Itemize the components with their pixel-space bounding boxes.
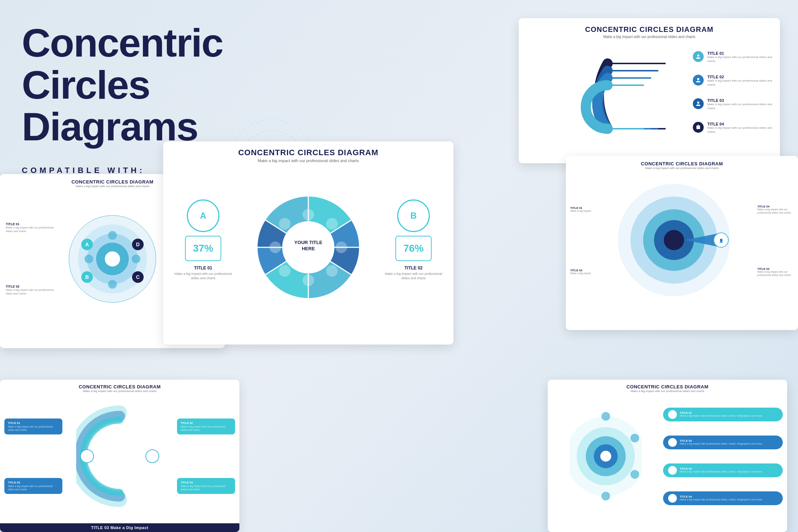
- slide-card-bot-left: CONCENTRIC CIRCLES DIAGRAM Make a big im…: [0, 380, 239, 532]
- svg-point-41: [108, 231, 117, 240]
- slide-subtitle: Make a big impact with our professional …: [526, 35, 773, 39]
- concentric-sm-svg: [569, 405, 642, 507]
- slide-header-top-right: CONCENTRIC CIRCLES DIAGRAM Make a big im…: [519, 18, 780, 42]
- slide-header-mid-right: CONCENTRIC CIRCLES DIAGRAM Make a big im…: [566, 156, 798, 172]
- svg-point-83: [630, 470, 639, 479]
- svg-point-23: [697, 54, 699, 57]
- svg-point-62: [279, 265, 291, 277]
- arc-label-3: TITLE 03 Make a big impact with our prof…: [693, 98, 773, 110]
- slide-header-bot-right: CONCENTRIC CIRCLES DIAGRAM Make a big im…: [548, 380, 787, 395]
- svg-point-73: [100, 436, 140, 476]
- svg-rect-26: [696, 125, 700, 129]
- bot-left-label-4: TITLE 04 Make a big impact with our prof…: [177, 478, 235, 494]
- svg-point-75: [146, 450, 159, 463]
- slide-title: CONCENTRIC CIRCLES DIAGRAM: [526, 25, 773, 34]
- slide-header-bot-left: CONCENTRIC CIRCLES DIAGRAM Make a big im…: [0, 380, 239, 395]
- svg-point-32: [104, 251, 120, 267]
- mid-left-label-1: TITLE 01 Make a big impact with our prof…: [6, 222, 60, 233]
- slide-card-mid-right: CONCENTRIC CIRCLES DIAGRAM Make a big im…: [566, 156, 798, 330]
- svg-point-64: [279, 218, 291, 230]
- bot-left-label-1: TITLE 01 Make a big impact with our prof…: [4, 418, 62, 434]
- svg-point-59: [336, 242, 347, 253]
- svg-text:B: B: [85, 274, 89, 280]
- bot-left-label-2: TITLE 03 Make a big impact with our prof…: [4, 478, 62, 494]
- mid-right-label-02: TITLE 02 Make a big impact with our prof…: [757, 267, 794, 277]
- svg-text:HERE: HERE: [302, 246, 315, 251]
- bot-left-label-3: TITLE 02 Make a big impact with our prof…: [177, 418, 235, 434]
- slide-header-mid-center: CONCENTRIC CIRCLES DIAGRAM Make a big im…: [163, 141, 453, 166]
- bot-right-label-1: TITLE 01 Make a big impact with professi…: [663, 408, 783, 421]
- svg-text:D: D: [136, 242, 140, 247]
- concentric-offset-svg: 👤: [601, 175, 739, 305]
- svg-text:👤: 👤: [719, 238, 724, 243]
- mid-right-label-04: TITLE 04 Make a big impact with our prof…: [757, 205, 794, 214]
- svg-point-80: [600, 451, 611, 462]
- bot-right-label-2: TITLE 02 Make a big impact with professi…: [663, 436, 783, 449]
- arc-label-4: TITLE 04 Make a big impact with our prof…: [693, 122, 773, 134]
- svg-point-61: [303, 275, 314, 286]
- svg-point-58: [326, 218, 338, 230]
- svg-point-82: [630, 434, 639, 442]
- svg-point-74: [81, 450, 94, 463]
- bot-right-label-3: TITLE 03 Make a big impact with professi…: [663, 463, 783, 477]
- slide-card-top-right: CONCENTRIC CIRCLES DIAGRAM Make a big im…: [519, 18, 780, 163]
- bot-right-label-4: TITLE 04 Make a big impact with professi…: [663, 491, 783, 505]
- mid-right-label-03: TITLE 03 Make a big impact...: [570, 269, 599, 275]
- svg-point-81: [601, 412, 610, 421]
- svg-point-63: [270, 242, 281, 253]
- horseshoe-svg: [76, 405, 163, 507]
- svg-point-57: [303, 209, 314, 220]
- slide-subtitle-center: Make a big impact with our professional …: [170, 158, 446, 163]
- svg-point-69: [664, 230, 684, 250]
- arc-label-2: TITLE 02 Make a big impact with our prof…: [693, 75, 773, 87]
- svg-text:C: C: [136, 274, 140, 280]
- svg-point-60: [326, 265, 338, 277]
- slide-card-mid-center: CONCENTRIC CIRCLES DIAGRAM Make a big im…: [163, 141, 453, 345]
- svg-point-25: [697, 102, 699, 104]
- svg-text:YOUR TITLE: YOUR TITLE: [294, 240, 322, 245]
- svg-point-44: [132, 255, 140, 263]
- svg-text:A: A: [85, 242, 89, 247]
- pie-chart-svg: YOUR TITLE HERE: [248, 187, 368, 307]
- hero-title: Concentric Circles Diagrams: [22, 22, 268, 148]
- mid-right-label-01: TITLE 01 Make a big impact...: [570, 206, 599, 213]
- slide-title-center: CONCENTRIC CIRCLES DIAGRAM: [170, 148, 446, 157]
- arc-label-1: TITLE 01 Make a big impact with our prof…: [693, 51, 773, 63]
- slide-card-bot-right: CONCENTRIC CIRCLES DIAGRAM Make a big im…: [548, 380, 787, 532]
- svg-point-43: [85, 255, 93, 263]
- concentric-circles-midleft: A D B C: [65, 205, 160, 313]
- svg-point-84: [601, 492, 610, 500]
- arcs-svg: [546, 42, 669, 143]
- svg-point-42: [108, 280, 117, 289]
- svg-point-24: [697, 78, 699, 80]
- footer-title-bar: TITLE 03 Make a Dig Impact: [0, 523, 239, 532]
- page: Concentric Circles Diagrams COMPATIBLE W…: [0, 0, 798, 532]
- mid-left-label-2: TITLE 02 Make a big impact with our prof…: [6, 285, 60, 296]
